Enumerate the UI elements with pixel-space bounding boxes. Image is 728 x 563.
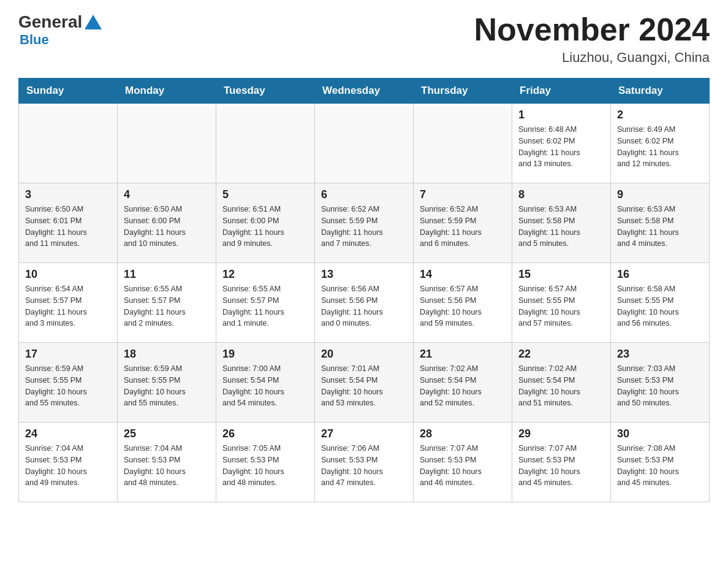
calendar-table: SundayMondayTuesdayWednesdayThursdayFrid…: [18, 78, 710, 502]
day-number: 16: [617, 268, 703, 281]
calendar-cell: 6Sunrise: 6:52 AM Sunset: 5:59 PM Daylig…: [315, 183, 414, 263]
day-number: 6: [321, 188, 407, 201]
day-info: Sunrise: 6:50 AM Sunset: 6:01 PM Dayligh…: [25, 204, 111, 250]
calendar-cell: 20Sunrise: 7:01 AM Sunset: 5:54 PM Dayli…: [315, 343, 414, 423]
day-info: Sunrise: 6:48 AM Sunset: 6:02 PM Dayligh…: [518, 124, 604, 170]
logo: General Blue: [18, 12, 102, 48]
calendar-cell: 30Sunrise: 7:08 AM Sunset: 5:53 PM Dayli…: [611, 423, 710, 502]
day-number: 28: [420, 427, 506, 440]
day-info: Sunrise: 6:57 AM Sunset: 5:56 PM Dayligh…: [420, 283, 506, 329]
day-info: Sunrise: 6:49 AM Sunset: 6:02 PM Dayligh…: [617, 124, 703, 170]
day-number: 13: [321, 268, 407, 281]
day-info: Sunrise: 7:07 AM Sunset: 5:53 PM Dayligh…: [518, 443, 604, 489]
day-info: Sunrise: 7:05 AM Sunset: 5:53 PM Dayligh…: [222, 443, 308, 489]
day-number: 21: [420, 348, 506, 361]
calendar-day-header: Friday: [512, 79, 611, 104]
day-info: Sunrise: 6:53 AM Sunset: 5:58 PM Dayligh…: [518, 204, 604, 250]
calendar-day-header: Saturday: [611, 79, 710, 104]
day-info: Sunrise: 6:51 AM Sunset: 6:00 PM Dayligh…: [222, 204, 308, 250]
day-info: Sunrise: 6:55 AM Sunset: 5:57 PM Dayligh…: [124, 283, 210, 329]
day-info: Sunrise: 6:52 AM Sunset: 5:59 PM Dayligh…: [321, 204, 407, 250]
day-number: 8: [518, 188, 604, 201]
day-info: Sunrise: 7:02 AM Sunset: 5:54 PM Dayligh…: [518, 363, 604, 409]
calendar-cell: [315, 104, 414, 183]
calendar-cell: 21Sunrise: 7:02 AM Sunset: 5:54 PM Dayli…: [414, 343, 512, 423]
day-number: 4: [124, 188, 210, 201]
day-number: 7: [420, 188, 506, 201]
day-info: Sunrise: 7:01 AM Sunset: 5:54 PM Dayligh…: [321, 363, 407, 409]
calendar-cell: 18Sunrise: 6:59 AM Sunset: 5:55 PM Dayli…: [118, 343, 216, 423]
calendar-day-header: Monday: [118, 79, 216, 104]
calendar-cell: 14Sunrise: 6:57 AM Sunset: 5:56 PM Dayli…: [414, 263, 512, 343]
day-info: Sunrise: 7:03 AM Sunset: 5:53 PM Dayligh…: [617, 363, 703, 409]
calendar-cell: 2Sunrise: 6:49 AM Sunset: 6:02 PM Daylig…: [611, 104, 710, 183]
calendar-week-row: 24Sunrise: 7:04 AM Sunset: 5:53 PM Dayli…: [19, 423, 710, 502]
day-info: Sunrise: 7:08 AM Sunset: 5:53 PM Dayligh…: [617, 443, 703, 489]
calendar-cell: 9Sunrise: 6:53 AM Sunset: 5:58 PM Daylig…: [611, 183, 710, 263]
day-number: 3: [25, 188, 111, 201]
calendar-cell: 26Sunrise: 7:05 AM Sunset: 5:53 PM Dayli…: [216, 423, 315, 502]
calendar-cell: [216, 104, 315, 183]
logo-general-text: General: [18, 12, 82, 32]
day-number: 22: [518, 348, 604, 361]
calendar-cell: 25Sunrise: 7:04 AM Sunset: 5:53 PM Dayli…: [118, 423, 216, 502]
day-number: 5: [222, 188, 308, 201]
day-number: 15: [518, 268, 604, 281]
page-header: General Blue November 2024 Liuzhou, Guan…: [18, 12, 710, 66]
day-number: 14: [420, 268, 506, 281]
day-info: Sunrise: 6:57 AM Sunset: 5:55 PM Dayligh…: [518, 283, 604, 329]
day-number: 27: [321, 427, 407, 440]
calendar-cell: 19Sunrise: 7:00 AM Sunset: 5:54 PM Dayli…: [216, 343, 315, 423]
calendar-week-row: 17Sunrise: 6:59 AM Sunset: 5:55 PM Dayli…: [19, 343, 710, 423]
day-info: Sunrise: 7:02 AM Sunset: 5:54 PM Dayligh…: [420, 363, 506, 409]
calendar-day-header: Thursday: [414, 79, 512, 104]
day-info: Sunrise: 7:04 AM Sunset: 5:53 PM Dayligh…: [124, 443, 210, 489]
calendar-cell: 17Sunrise: 6:59 AM Sunset: 5:55 PM Dayli…: [19, 343, 118, 423]
day-number: 30: [617, 427, 703, 440]
calendar-week-row: 3Sunrise: 6:50 AM Sunset: 6:01 PM Daylig…: [19, 183, 710, 263]
day-info: Sunrise: 7:06 AM Sunset: 5:53 PM Dayligh…: [321, 443, 407, 489]
calendar-cell: 16Sunrise: 6:58 AM Sunset: 5:55 PM Dayli…: [611, 263, 710, 343]
day-info: Sunrise: 6:58 AM Sunset: 5:55 PM Dayligh…: [617, 283, 703, 329]
calendar-cell: 3Sunrise: 6:50 AM Sunset: 6:01 PM Daylig…: [19, 183, 118, 263]
day-number: 2: [617, 109, 703, 121]
month-title: November 2024: [474, 12, 710, 47]
day-info: Sunrise: 7:07 AM Sunset: 5:53 PM Dayligh…: [420, 443, 506, 489]
calendar-cell: 7Sunrise: 6:52 AM Sunset: 5:59 PM Daylig…: [414, 183, 512, 263]
day-info: Sunrise: 6:52 AM Sunset: 5:59 PM Dayligh…: [420, 204, 506, 250]
calendar-day-header: Sunday: [19, 79, 118, 104]
calendar-cell: [414, 104, 512, 183]
calendar-day-header: Wednesday: [315, 79, 414, 104]
day-info: Sunrise: 6:54 AM Sunset: 5:57 PM Dayligh…: [25, 283, 111, 329]
day-number: 20: [321, 348, 407, 361]
day-info: Sunrise: 6:55 AM Sunset: 5:57 PM Dayligh…: [222, 283, 308, 329]
day-number: 1: [518, 109, 604, 121]
day-info: Sunrise: 6:59 AM Sunset: 5:55 PM Dayligh…: [124, 363, 210, 409]
location-title: Liuzhou, Guangxi, China: [474, 50, 710, 66]
calendar-cell: [19, 104, 118, 183]
logo-triangle-icon: [85, 15, 102, 29]
day-info: Sunrise: 6:59 AM Sunset: 5:55 PM Dayligh…: [25, 363, 111, 409]
day-info: Sunrise: 6:53 AM Sunset: 5:58 PM Dayligh…: [617, 204, 703, 250]
calendar-cell: 10Sunrise: 6:54 AM Sunset: 5:57 PM Dayli…: [19, 263, 118, 343]
day-number: 18: [124, 348, 210, 361]
calendar-cell: 23Sunrise: 7:03 AM Sunset: 5:53 PM Dayli…: [611, 343, 710, 423]
calendar-cell: 24Sunrise: 7:04 AM Sunset: 5:53 PM Dayli…: [19, 423, 118, 502]
calendar-cell: 4Sunrise: 6:50 AM Sunset: 6:00 PM Daylig…: [118, 183, 216, 263]
calendar-cell: 27Sunrise: 7:06 AM Sunset: 5:53 PM Dayli…: [315, 423, 414, 502]
day-info: Sunrise: 6:56 AM Sunset: 5:56 PM Dayligh…: [321, 283, 407, 329]
day-number: 25: [124, 427, 210, 440]
day-number: 26: [222, 427, 308, 440]
calendar-week-row: 1Sunrise: 6:48 AM Sunset: 6:02 PM Daylig…: [19, 104, 710, 183]
day-info: Sunrise: 6:50 AM Sunset: 6:00 PM Dayligh…: [124, 204, 210, 250]
calendar-cell: 15Sunrise: 6:57 AM Sunset: 5:55 PM Dayli…: [512, 263, 611, 343]
logo-blue-text: Blue: [20, 32, 102, 48]
day-info: Sunrise: 7:04 AM Sunset: 5:53 PM Dayligh…: [25, 443, 111, 489]
day-number: 23: [617, 348, 703, 361]
day-number: 17: [25, 348, 111, 361]
day-number: 29: [518, 427, 604, 440]
day-number: 9: [617, 188, 703, 201]
calendar-cell: 22Sunrise: 7:02 AM Sunset: 5:54 PM Dayli…: [512, 343, 611, 423]
calendar-cell: [118, 104, 216, 183]
calendar-cell: 28Sunrise: 7:07 AM Sunset: 5:53 PM Dayli…: [414, 423, 512, 502]
